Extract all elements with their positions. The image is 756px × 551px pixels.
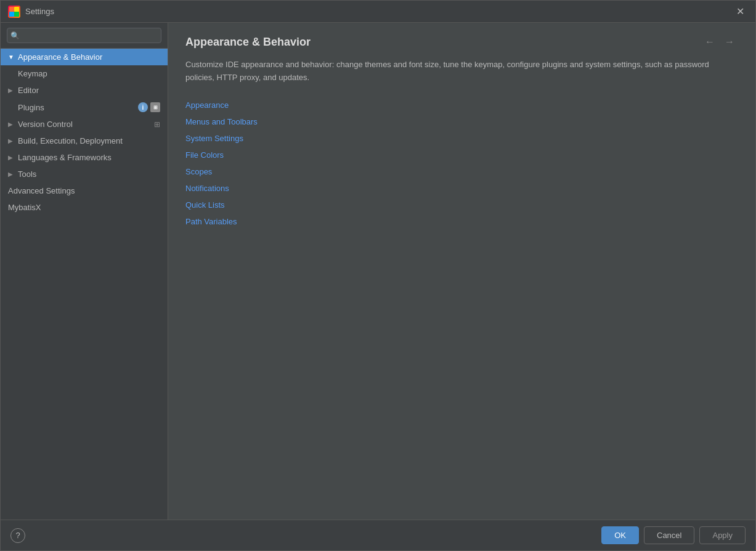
help-button[interactable]: ? xyxy=(10,528,25,543)
nav-arrows: ← → xyxy=(701,35,738,49)
close-button[interactable]: ✕ xyxy=(733,4,748,18)
svg-rect-0 xyxy=(9,7,14,12)
svg-rect-3 xyxy=(14,12,19,17)
grid-icon: ⊞ xyxy=(150,102,160,112)
title-bar-left: Settings xyxy=(8,6,54,18)
chevron-right-icon: ▶ xyxy=(8,121,15,128)
title-bar: Settings ✕ xyxy=(1,1,755,23)
version-control-icon: ⊞ xyxy=(154,120,160,129)
sidebar-item-build-execution[interactable]: ▶ Build, Execution, Deployment xyxy=(1,133,168,149)
sidebar: 🔍 ▼ Appearance & Behavior Keymap ▶ Edito… xyxy=(1,23,168,520)
sidebar-item-label: Advanced Settings xyxy=(8,186,75,195)
cancel-button[interactable]: Cancel xyxy=(644,526,694,544)
sidebar-item-version-control[interactable]: ▶ Version Control ⊞ xyxy=(1,116,168,133)
chevron-right-icon: ▶ xyxy=(8,137,15,144)
sidebar-item-advanced-settings[interactable]: Advanced Settings xyxy=(1,182,168,199)
chevron-right-icon: ▶ xyxy=(8,154,15,161)
sidebar-item-languages-frameworks[interactable]: ▶ Languages & Frameworks xyxy=(1,149,168,166)
settings-dialog: Settings ✕ 🔍 ▼ Appearance & Behavior Key… xyxy=(0,0,756,551)
forward-button[interactable]: → xyxy=(721,35,738,49)
sidebar-item-label: Keymap xyxy=(18,69,47,78)
bottom-bar: ? OK Cancel Apply xyxy=(1,520,755,550)
search-input[interactable] xyxy=(7,28,161,43)
sidebar-item-keymap[interactable]: Keymap xyxy=(1,65,168,82)
ok-button[interactable]: OK xyxy=(601,526,639,544)
apply-button[interactable]: Apply xyxy=(699,526,746,544)
link-quick-lists[interactable]: Quick Lists xyxy=(185,199,738,211)
window-title: Settings xyxy=(25,7,54,16)
sidebar-item-label: Plugins xyxy=(18,103,44,112)
back-button[interactable]: ← xyxy=(701,35,718,49)
sidebar-item-label: Version Control xyxy=(18,120,73,129)
sidebar-item-label: Appearance & Behavior xyxy=(18,52,102,62)
sidebar-item-tools[interactable]: ▶ Tools xyxy=(1,166,168,182)
search-icon: 🔍 xyxy=(10,31,20,40)
main-content: 🔍 ▼ Appearance & Behavior Keymap ▶ Edito… xyxy=(1,23,755,520)
plugins-icons: i ⊞ xyxy=(138,102,160,112)
right-panel: Appearance & Behavior ← → Customize IDE … xyxy=(168,23,755,520)
link-system-settings[interactable]: System Settings xyxy=(185,133,738,144)
sidebar-item-label: Tools xyxy=(18,169,36,179)
app-icon xyxy=(8,6,20,18)
link-appearance[interactable]: Appearance xyxy=(185,99,738,111)
panel-header: Appearance & Behavior ← → xyxy=(185,35,738,49)
sidebar-item-mybatisx[interactable]: MybatisX xyxy=(1,199,168,216)
sidebar-item-label: Languages & Frameworks xyxy=(18,153,112,162)
sidebar-item-appearance-behavior[interactable]: ▼ Appearance & Behavior xyxy=(1,49,168,65)
svg-rect-1 xyxy=(14,7,19,12)
sidebar-item-label: MybatisX xyxy=(8,203,41,212)
sidebar-item-editor[interactable]: ▶ Editor xyxy=(1,82,168,99)
search-wrapper: 🔍 xyxy=(7,28,161,43)
link-path-variables[interactable]: Path Variables xyxy=(185,216,738,227)
svg-rect-2 xyxy=(9,12,14,17)
sidebar-item-label: Build, Execution, Deployment xyxy=(18,136,123,145)
chevron-right-icon: ▶ xyxy=(8,171,15,178)
panel-description: Customize IDE appearance and behavior: c… xyxy=(185,59,738,84)
link-menus-toolbars[interactable]: Menus and Toolbars xyxy=(185,116,738,128)
link-notifications[interactable]: Notifications xyxy=(185,182,738,194)
search-bar: 🔍 xyxy=(1,23,168,49)
link-file-colors[interactable]: File Colors xyxy=(185,149,738,161)
chevron-down-icon: ▼ xyxy=(8,54,15,60)
links-list: Appearance Menus and Toolbars System Set… xyxy=(185,99,738,227)
link-scopes[interactable]: Scopes xyxy=(185,166,738,178)
info-icon: i xyxy=(138,102,148,112)
panel-title: Appearance & Behavior xyxy=(185,36,311,49)
bottom-buttons: OK Cancel Apply xyxy=(601,526,746,544)
sidebar-item-plugins[interactable]: Plugins i ⊞ xyxy=(1,99,168,116)
sidebar-item-label: Editor xyxy=(18,86,39,95)
chevron-right-icon: ▶ xyxy=(8,87,15,94)
